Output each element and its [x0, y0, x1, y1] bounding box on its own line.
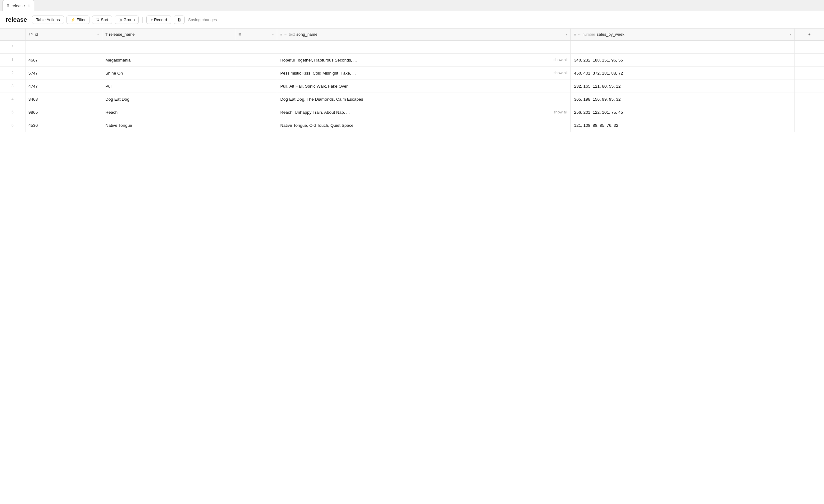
cell-id — [25, 40, 102, 54]
id-col-dropdown[interactable]: ▾ — [97, 33, 99, 36]
add-col-icon: + — [808, 32, 811, 37]
row-num-label: 6 — [11, 123, 14, 127]
cell-sales-by-week: 340, 232, 188, 151, 96, 55 — [571, 54, 795, 67]
cell-song-name: Pull, Alt Hall, Sonic Walk, Fake Over — [277, 80, 571, 93]
release-name-col-name: release_name — [109, 32, 134, 37]
col-header-id[interactable]: T↻ id ▾ — [25, 28, 102, 40]
table-row: * — [0, 40, 824, 54]
sort-icon: ⇅ — [96, 18, 99, 22]
id-type-icon: T↻ — [28, 32, 33, 36]
cell-song-name: Native Tongue, Old Touch, Quiet Space — [277, 119, 571, 132]
col-header-sales[interactable]: ≡ ← number sales_by_week ▾ — [571, 28, 795, 40]
table-row: 64536Native TongueNative Tongue, Old Tou… — [0, 119, 824, 132]
header-row: T↻ id ▾ T release_name ⊞ — [0, 28, 824, 40]
sort-label: Sort — [101, 17, 108, 22]
col-header-add[interactable]: + — [795, 28, 824, 40]
show-all-songs-button[interactable]: show all — [553, 71, 568, 75]
col-header-release-name[interactable]: T release_name — [102, 28, 235, 40]
cell-song-name: Reach, Unhappy Train, About Nap, ...show… — [277, 106, 571, 119]
table-row: 59865ReachReach, Unhappy Train, About Na… — [0, 106, 824, 119]
row-num-label: 4 — [11, 97, 14, 101]
row-number: * — [0, 40, 25, 54]
cell-release-name: Pull — [102, 80, 235, 93]
cell-sales-by-week: 365, 198, 156, 99, 95, 32 — [571, 93, 795, 106]
row-number: 4 — [0, 93, 25, 106]
tab-bar: ⊞ release × — [0, 0, 824, 11]
link-type-icon: ⊞ — [238, 32, 241, 36]
cell-sales-by-week — [571, 40, 795, 54]
row-number: 5 — [0, 106, 25, 119]
record-label: + Record — [150, 17, 167, 22]
table-icon: ⊞ — [7, 3, 10, 8]
col-header-link[interactable]: ⊞ ▾ — [235, 28, 277, 40]
cell-sales-by-week: 232, 165, 121, 80, 55, 12 — [571, 80, 795, 93]
filter-label: Filter — [77, 17, 86, 22]
song-name-col-name: song_name — [296, 32, 318, 37]
sales-col-name: sales_by_week — [597, 32, 625, 37]
cell-id: 4747 — [25, 80, 102, 93]
row-num-label: 1 — [11, 58, 14, 62]
id-col-name: id — [35, 32, 38, 37]
cell-release-name: Native Tongue — [102, 119, 235, 132]
table-actions-button[interactable]: Table Actions — [32, 15, 64, 24]
table-actions-label: Table Actions — [36, 17, 60, 22]
song-name-text: Reach, Unhappy Train, About Nap, ... — [280, 110, 551, 115]
table-row: 34747PullPull, Alt Hall, Sonic Walk, Fak… — [0, 80, 824, 93]
col-header-song-name[interactable]: ≡ ← text song_name ▾ — [277, 28, 571, 40]
cell-add-col — [795, 119, 824, 132]
cell-add-col — [795, 93, 824, 106]
table-row: 43468Dog Eat DogDog Eat Dog, The Diamond… — [0, 93, 824, 106]
cell-sales-by-week: 256, 201, 122, 101, 75, 45 — [571, 106, 795, 119]
song-name-type-icon: ≡ — [280, 33, 282, 36]
cell-song-name — [277, 40, 571, 54]
row-number: 3 — [0, 80, 25, 93]
cell-link — [235, 119, 277, 132]
cell-release-name: Megalomania — [102, 54, 235, 67]
data-table: T↻ id ▾ T release_name ⊞ — [0, 28, 824, 132]
cell-id: 4536 — [25, 119, 102, 132]
filter-icon: ⚡ — [71, 18, 75, 22]
cell-add-col — [795, 54, 824, 67]
row-number: 1 — [0, 54, 25, 67]
sales-dropdown[interactable]: ▾ — [790, 33, 791, 36]
cell-link — [235, 54, 277, 67]
row-number: 2 — [0, 67, 25, 80]
cell-release-name: Reach — [102, 106, 235, 119]
show-all-songs-button[interactable]: show all — [553, 110, 568, 114]
song-name-dropdown[interactable]: ▾ — [566, 33, 568, 36]
cell-song-name: Pessimistic Kiss, Cold Midnight, Fake, .… — [277, 67, 571, 80]
cell-song-name: Dog Eat Dog, The Diamonds, Calm Escapes — [277, 93, 571, 106]
cell-add-col — [795, 67, 824, 80]
link-col-dropdown[interactable]: ▾ — [272, 33, 274, 36]
sales-subtype: number — [583, 32, 595, 37]
sort-button[interactable]: ⇅ Sort — [92, 15, 112, 24]
cell-id: 3468 — [25, 93, 102, 106]
sales-arrow: ← — [578, 33, 581, 36]
delete-button[interactable]: 🗑 — [174, 15, 185, 24]
song-name-subtype: text — [289, 32, 295, 37]
filter-button[interactable]: ⚡ Filter — [67, 15, 90, 24]
tab-close-button[interactable]: × — [28, 3, 30, 8]
release-tab[interactable]: ⊞ release × — [2, 0, 34, 11]
cell-link — [235, 67, 277, 80]
song-name-arrow: ← — [284, 33, 287, 36]
group-label: Group — [123, 17, 134, 22]
release-name-type-icon: T — [105, 33, 107, 36]
cell-add-col — [795, 106, 824, 119]
cell-id: 5747 — [25, 67, 102, 80]
song-name-text: Pessimistic Kiss, Cold Midnight, Fake, .… — [280, 71, 551, 76]
cell-link — [235, 106, 277, 119]
cell-link — [235, 93, 277, 106]
saving-status: Saving changes — [188, 17, 217, 22]
group-button[interactable]: ⊞ Group — [115, 15, 138, 24]
song-name-text: Hopeful Together, Rapturous Seconds, ... — [280, 58, 551, 63]
row-number: 6 — [0, 119, 25, 132]
cell-id: 9865 — [25, 106, 102, 119]
sales-type-icon: ≡ — [574, 33, 576, 36]
show-all-songs-button[interactable]: show all — [553, 58, 568, 62]
delete-icon: 🗑 — [177, 17, 181, 22]
table-wrapper: T↻ id ▾ T release_name ⊞ — [0, 28, 824, 132]
add-record-button[interactable]: + Record — [146, 15, 171, 24]
table-row: 14667MegalomaniaHopeful Together, Raptur… — [0, 54, 824, 67]
cell-id: 4667 — [25, 54, 102, 67]
